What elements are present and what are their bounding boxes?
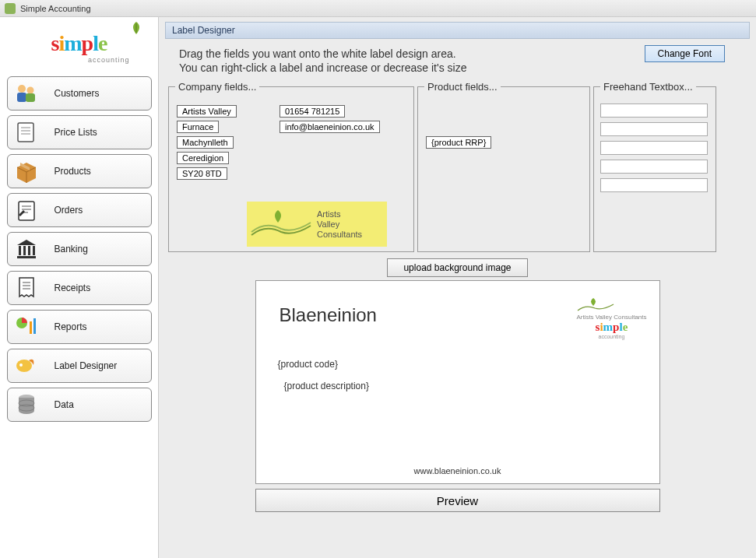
svg-rect-8 — [19, 202, 34, 220]
consultant-logo[interactable]: Artists Valley Consultants — [247, 202, 387, 247]
content-header: Label Designer — [165, 22, 750, 39]
design-title[interactable]: Blaeneinion — [280, 304, 377, 326]
window-title: Simple Accounting — [20, 4, 91, 13]
freehand-input-1[interactable] — [600, 104, 708, 118]
sidebar-item-label: Banking — [55, 244, 88, 254]
svg-rect-1 — [17, 93, 26, 102]
company-fields-group: Company fields... Artists Valley Furnace… — [168, 81, 414, 252]
sidebar-item-label: Data — [55, 399, 74, 410]
sidebar-item-banking[interactable]: Banking — [7, 232, 152, 266]
sidebar-item-label: Receipts — [55, 283, 91, 293]
sidebar-item-labeldesigner[interactable]: Label Designer — [7, 349, 152, 383]
freehand-input-4[interactable] — [600, 160, 708, 174]
pricelists-icon — [12, 118, 40, 146]
sidebar-item-label: Products — [55, 166, 91, 177]
design-logo-block[interactable]: Artists Valley Consultants simple accoun… — [576, 297, 646, 339]
content-area: Label Designer Change Font Drag the fiel… — [159, 17, 756, 558]
sidebar-item-customers[interactable]: Customers — [7, 76, 152, 111]
svg-rect-21 — [30, 321, 32, 334]
preview-button[interactable]: Preview — [255, 489, 660, 512]
sidebar-item-label: Price Lists — [55, 127, 97, 138]
field-company-phone[interactable]: 01654 781215 — [280, 105, 345, 118]
app-logo: simple accounting — [5, 20, 153, 67]
svg-point-2 — [26, 87, 33, 94]
svg-rect-16 — [17, 256, 36, 258]
sidebar-item-products[interactable]: Products — [7, 154, 152, 188]
field-company-name[interactable]: Artists Valley — [177, 105, 237, 118]
sidebar-item-orders[interactable]: Orders — [7, 193, 152, 227]
sidebar-item-reports[interactable]: Reports — [7, 310, 152, 344]
change-font-button[interactable]: Change Font — [645, 45, 725, 62]
freehand-input-3[interactable] — [600, 141, 708, 155]
app-icon — [5, 3, 16, 14]
sidebar-item-receipts[interactable]: Receipts — [7, 271, 152, 305]
sidebar-item-data[interactable]: Data — [7, 388, 152, 422]
leaf-icon — [125, 20, 147, 42]
svg-rect-22 — [33, 318, 36, 334]
svg-point-23 — [16, 360, 32, 372]
field-company-addr3[interactable]: Ceredigion — [177, 152, 229, 164]
field-company-addr2[interactable]: Machynlleth — [177, 136, 234, 149]
products-icon — [12, 157, 40, 185]
product-fields-group: Product fields... {product RRP} — [417, 81, 590, 252]
field-product-rrp[interactable]: {product RRP} — [426, 136, 491, 149]
design-field-product-description[interactable]: {product description} — [284, 381, 369, 391]
design-consultant-icon — [576, 297, 615, 314]
consultant-swoosh-icon — [250, 209, 312, 240]
sidebar-item-label: Orders — [55, 205, 83, 216]
svg-rect-15 — [33, 246, 35, 255]
field-company-postcode[interactable]: SY20 8TD — [177, 167, 227, 180]
label-design-area[interactable]: Blaeneinion Artists Valley Consultants s… — [255, 280, 660, 484]
customers-icon — [12, 79, 40, 107]
sidebar: simple accounting Customers Price Lists — [0, 17, 159, 558]
svg-point-24 — [19, 363, 23, 367]
svg-rect-13 — [23, 246, 26, 255]
freehand-input-5[interactable] — [600, 178, 708, 192]
freehand-textbox-group: Freehand Textbox... — [593, 81, 716, 252]
window-titlebar: Simple Accounting — [0, 0, 756, 17]
design-field-product-code[interactable]: {product code} — [278, 359, 338, 370]
receipts-icon — [12, 274, 40, 302]
product-legend: Product fields... — [424, 81, 501, 93]
svg-rect-14 — [28, 246, 30, 255]
sidebar-item-pricelists[interactable]: Price Lists — [7, 115, 152, 149]
labeldesigner-icon — [12, 352, 40, 380]
field-company-addr1[interactable]: Furnace — [177, 121, 219, 133]
sidebar-item-label: Label Designer — [55, 360, 118, 371]
sidebar-item-label: Customers — [55, 88, 100, 99]
reports-icon — [12, 313, 40, 341]
freehand-input-2[interactable] — [600, 122, 708, 136]
data-icon — [12, 391, 40, 419]
field-company-email[interactable]: info@blaeneinion.co.uk — [280, 121, 380, 133]
freehand-legend: Freehand Textbox... — [600, 81, 696, 93]
svg-point-0 — [18, 85, 26, 93]
svg-rect-4 — [18, 123, 33, 142]
sidebar-item-label: Reports — [55, 321, 87, 332]
company-legend: Company fields... — [175, 81, 259, 93]
upload-background-button[interactable]: upload background image — [387, 258, 527, 277]
orders-icon — [12, 196, 40, 224]
design-url[interactable]: www.blaeneinion.co.uk — [256, 466, 659, 476]
svg-rect-12 — [19, 246, 21, 255]
banking-icon — [12, 235, 40, 263]
svg-rect-3 — [26, 93, 35, 102]
